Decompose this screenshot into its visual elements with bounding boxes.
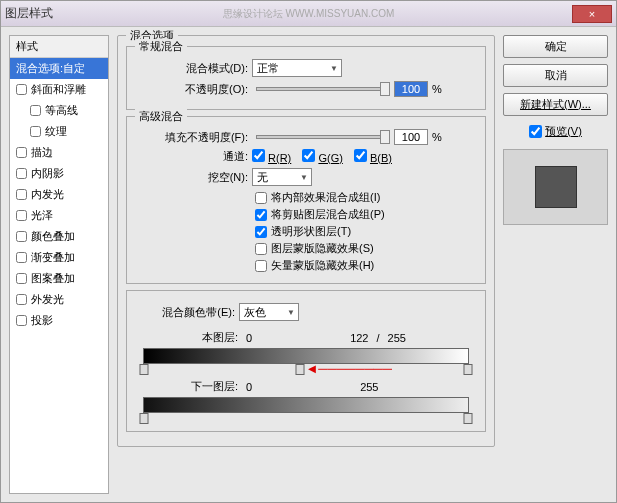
watermark: 思缘设计论坛 WWW.MISSYUAN.COM: [223, 7, 395, 21]
style-label: 图案叠加: [31, 271, 75, 286]
style-item[interactable]: 图案叠加: [10, 268, 108, 289]
sub-title: 高级混合: [135, 109, 187, 124]
pct: %: [432, 83, 442, 95]
fill-opacity-label: 填充不透明度(F):: [143, 130, 248, 145]
style-item[interactable]: 投影: [10, 310, 108, 331]
pct: %: [432, 131, 442, 143]
close-button[interactable]: ×: [572, 5, 612, 23]
style-item[interactable]: 渐变叠加: [10, 247, 108, 268]
style-checkbox[interactable]: [16, 294, 27, 305]
preview-label: 预览(V): [545, 124, 582, 139]
style-checkbox[interactable]: [16, 147, 27, 158]
blend-options-group: 混合选项 常规混合 混合模式(D): 正常 不透明度(O): 100 % 高级混…: [117, 35, 495, 447]
window-title: 图层样式: [5, 5, 53, 22]
style-checkbox[interactable]: [16, 231, 27, 242]
style-label: 外发光: [31, 292, 64, 307]
opacity-value[interactable]: 100: [394, 81, 428, 97]
blend-mode-label: 混合模式(D):: [143, 61, 248, 76]
cancel-button[interactable]: 取消: [503, 64, 608, 87]
style-checkbox[interactable]: [16, 168, 27, 179]
style-item[interactable]: 颜色叠加: [10, 226, 108, 247]
channel-r[interactable]: R(R): [252, 149, 291, 164]
style-label: 等高线: [45, 103, 78, 118]
blend-if-label: 混合颜色带(E):: [135, 305, 235, 320]
style-item[interactable]: 描边: [10, 142, 108, 163]
channel-g[interactable]: G(G): [302, 149, 343, 164]
advanced-blend: 高级混合 填充不透明度(F): 100 % 通道: R(R) G(G) B(B)…: [126, 116, 486, 284]
main: 样式 混合选项:自定 斜面和浮雕等高线纹理描边内阴影内发光光泽颜色叠加渐变叠加图…: [1, 27, 616, 502]
right-panel: 确定 取消 新建样式(W)... 预览(V): [503, 35, 608, 494]
this-v2: 122: [350, 332, 368, 344]
style-checkbox[interactable]: [16, 210, 27, 221]
style-item[interactable]: 斜面和浮雕: [10, 79, 108, 100]
blend-if: 混合颜色带(E): 灰色 本图层: 0 122 / 255 ◄──────── …: [126, 290, 486, 432]
this-v1: 0: [246, 332, 252, 344]
style-item[interactable]: 内发光: [10, 184, 108, 205]
style-label: 斜面和浮雕: [31, 82, 86, 97]
style-checkbox[interactable]: [16, 84, 27, 95]
this-v3: 255: [388, 332, 406, 344]
style-item[interactable]: 外发光: [10, 289, 108, 310]
knockout-select[interactable]: 无: [252, 168, 312, 186]
style-label: 内阴影: [31, 166, 64, 181]
blend-mode-select[interactable]: 正常: [252, 59, 342, 77]
opacity-slider[interactable]: [256, 87, 386, 91]
style-list-head: 样式: [10, 36, 108, 58]
under-layer-label: 下一图层:: [143, 379, 238, 394]
arrow-annotation: ◄────────: [305, 361, 392, 376]
style-label: 内发光: [31, 187, 64, 202]
style-checkbox[interactable]: [16, 252, 27, 263]
style-checkbox[interactable]: [16, 189, 27, 200]
style-label: 纹理: [45, 124, 67, 139]
style-checkbox[interactable]: [16, 315, 27, 326]
chk-clip[interactable]: [255, 209, 267, 221]
style-item[interactable]: 内阴影: [10, 163, 108, 184]
under-layer-gradient[interactable]: [143, 397, 469, 413]
style-checkbox[interactable]: [16, 273, 27, 284]
chk-inner[interactable]: [255, 192, 267, 204]
titlebar: 图层样式 思缘设计论坛 WWW.MISSYUAN.COM ×: [1, 1, 616, 27]
style-item[interactable]: 等高线: [10, 100, 108, 121]
under-v1: 0: [246, 381, 252, 393]
knockout-label: 挖空(N):: [143, 170, 248, 185]
opacity-label: 不透明度(O):: [143, 82, 248, 97]
fill-opacity-value[interactable]: 100: [394, 129, 428, 145]
chk-vecmask[interactable]: [255, 260, 267, 272]
sub-title: 常规混合: [135, 39, 187, 54]
channel-label: 通道:: [143, 149, 248, 164]
style-list: 样式 混合选项:自定 斜面和浮雕等高线纹理描边内阴影内发光光泽颜色叠加渐变叠加图…: [9, 35, 109, 494]
style-selected[interactable]: 混合选项:自定: [10, 58, 108, 79]
style-checkbox[interactable]: [30, 105, 41, 116]
preview-box: [503, 149, 608, 225]
chk-layermask[interactable]: [255, 243, 267, 255]
under-v2: 255: [360, 381, 378, 393]
this-layer-label: 本图层:: [143, 330, 238, 345]
style-label: 投影: [31, 313, 53, 328]
preview-swatch: [535, 166, 577, 208]
fill-opacity-slider[interactable]: [256, 135, 386, 139]
blend-if-select[interactable]: 灰色: [239, 303, 299, 321]
style-label: 描边: [31, 145, 53, 160]
style-label: 光泽: [31, 208, 53, 223]
new-style-button[interactable]: 新建样式(W)...: [503, 93, 608, 116]
preview-checkbox[interactable]: [529, 125, 542, 138]
general-blend: 常规混合 混合模式(D): 正常 不透明度(O): 100 %: [126, 46, 486, 110]
style-item[interactable]: 纹理: [10, 121, 108, 142]
center: 混合选项 常规混合 混合模式(D): 正常 不透明度(O): 100 % 高级混…: [117, 35, 495, 494]
chk-trans[interactable]: [255, 226, 267, 238]
style-item[interactable]: 光泽: [10, 205, 108, 226]
style-checkbox[interactable]: [30, 126, 41, 137]
ok-button[interactable]: 确定: [503, 35, 608, 58]
style-label: 颜色叠加: [31, 229, 75, 244]
channel-b[interactable]: B(B): [354, 149, 392, 164]
style-label: 渐变叠加: [31, 250, 75, 265]
